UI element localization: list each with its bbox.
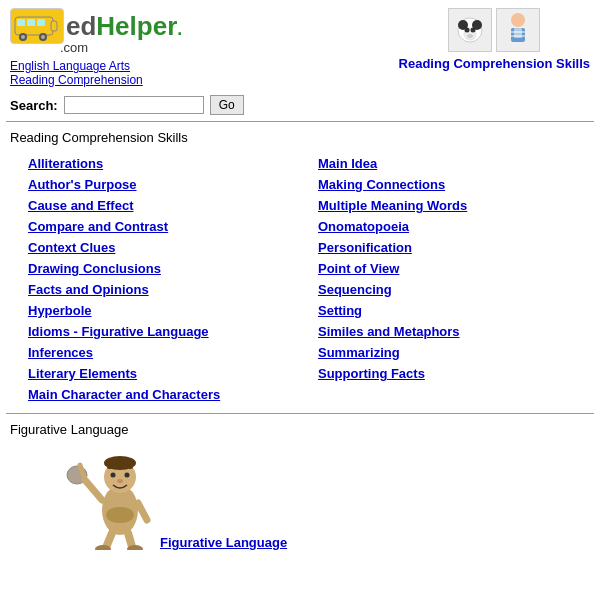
reading-link[interactable]: Alliterations [28,156,103,171]
list-item: Summarizing [300,342,590,363]
svg-point-5 [21,35,25,39]
figurative-section-title: Figurative Language [10,422,590,437]
reading-link[interactable]: Context Clues [28,240,115,255]
list-item: Hyperbole [10,300,300,321]
list-item: Main Idea [300,153,590,174]
reading-section: Reading Comprehension Skills Alliteratio… [0,122,600,413]
svg-point-14 [471,28,476,33]
caveman-illustration [65,445,155,550]
list-item: Similes and Metaphors [300,321,590,342]
list-item: Onomatopoeia [300,216,590,237]
reading-link[interactable]: Drawing Conclusions [28,261,161,276]
list-item: Idioms - Figurative Language [10,321,300,342]
reading-link[interactable]: Cause and Effect [28,198,133,213]
figurative-language-link[interactable]: Figurative Language [160,535,287,550]
list-item: Making Connections [300,174,590,195]
reading-section-title: Reading Comprehension Skills [10,130,590,145]
reading-link[interactable]: Similes and Metaphors [318,324,460,339]
reading-link[interactable]: Making Connections [318,177,445,192]
list-item: Setting [300,300,590,321]
list-item: Author's Purpose [10,174,300,195]
reading-link[interactable]: Idioms - Figurative Language [28,324,209,339]
svg-rect-3 [37,19,45,26]
reading-link[interactable]: Inferences [28,345,93,360]
list-item: Cause and Effect [10,195,300,216]
reading-link[interactable]: Facts and Opinions [28,282,149,297]
fig-content: Figurative Language [10,445,590,550]
reading-link[interactable]: Main Character and Characters [28,387,220,402]
search-bar: Search: Go [0,91,600,121]
search-label: Search: [10,98,58,113]
left-col: AlliterationsAuthor's PurposeCause and E… [10,153,300,405]
right-section-title: Reading Comprehension Skills [399,56,590,71]
reading-link[interactable]: Setting [318,303,362,318]
svg-rect-1 [17,19,25,26]
right-header: Reading Comprehension Skills [399,8,590,71]
links-grid: AlliterationsAuthor's PurposeCause and E… [10,153,590,405]
list-item: Facts and Opinions [10,279,300,300]
svg-point-28 [111,473,116,478]
svg-point-30 [117,479,123,483]
list-item: Sequencing [300,279,590,300]
list-item: Drawing Conclusions [10,258,300,279]
reading-link[interactable]: Compare and Contrast [28,219,168,234]
reading-link[interactable]: Hyperbole [28,303,92,318]
reading-link[interactable]: Author's Purpose [28,177,137,192]
reading-link[interactable]: Point of View [318,261,399,276]
reading-link[interactable]: Literary Elements [28,366,137,381]
list-item: Multiple Meaning Words [300,195,590,216]
list-item: Literary Elements [10,363,300,384]
reading-link[interactable]: Multiple Meaning Words [318,198,467,213]
svg-point-38 [106,507,134,523]
svg-line-32 [138,503,147,520]
svg-point-15 [467,34,473,38]
svg-rect-25 [107,459,112,469]
reading-link[interactable]: Supporting Facts [318,366,425,381]
search-input[interactable] [64,96,204,114]
right-col: Main IdeaMaking ConnectionsMultiple Mean… [300,153,590,405]
panda-icon [448,8,492,52]
reading-link[interactable]: Onomatopoeia [318,219,409,234]
list-item: Context Clues [10,237,300,258]
list-item: Inferences [10,342,300,363]
svg-line-31 [85,480,102,500]
list-item: Alliterations [10,153,300,174]
logo-text: edHelper. [66,11,182,41]
svg-rect-8 [51,21,57,31]
reading-link[interactable]: Personification [318,240,412,255]
svg-point-7 [41,35,45,39]
svg-point-16 [511,13,525,27]
figurative-section: Figurative Language [0,414,600,558]
list-item: Compare and Contrast [10,216,300,237]
list-item: Point of View [300,258,590,279]
list-item: Supporting Facts [300,363,590,384]
reading-link[interactable]: Sequencing [318,282,392,297]
reading-link[interactable]: Summarizing [318,345,400,360]
nav-english[interactable]: English Language Arts [10,59,182,73]
nav-reading[interactable]: Reading Comprehension [10,73,182,87]
reading-link[interactable]: Main Idea [318,156,377,171]
logo-bus-icon [10,8,64,44]
svg-point-13 [465,28,470,33]
list-item: Main Character and Characters [10,384,300,405]
search-go-button[interactable]: Go [210,95,244,115]
list-item: Personification [300,237,590,258]
svg-rect-27 [128,459,133,469]
svg-rect-26 [119,457,124,467]
nav-links: English Language Arts Reading Comprehens… [10,59,182,87]
svg-rect-2 [27,19,35,26]
logo-com: .com [60,40,182,55]
svg-point-29 [125,473,130,478]
reading-icon [496,8,540,52]
